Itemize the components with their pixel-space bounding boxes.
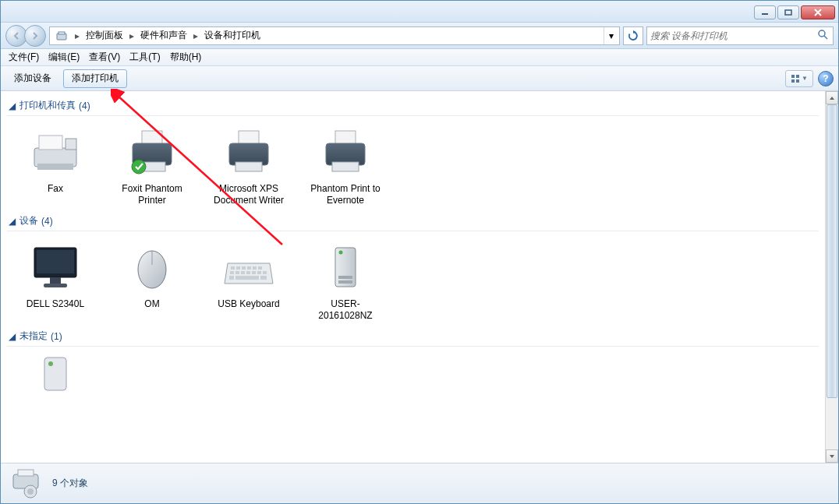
breadcrumb-segment[interactable]: 硬件和声音	[137, 27, 190, 44]
svg-rect-33	[247, 266, 251, 270]
device-computer[interactable]: USER-20161028NZ	[306, 236, 384, 325]
device-generic[interactable]	[16, 351, 94, 400]
svg-rect-27	[44, 284, 67, 287]
svg-rect-6	[791, 75, 795, 78]
svg-rect-34	[253, 266, 257, 270]
svg-rect-9	[796, 79, 799, 83]
svg-rect-32	[242, 266, 246, 270]
svg-point-51	[48, 361, 53, 366]
menu-tools[interactable]: 工具(T)	[125, 49, 165, 65]
device-phantom-evernote[interactable]: Phantom Print to Evernote	[306, 121, 384, 210]
search-box[interactable]	[646, 26, 834, 45]
location-icon	[55, 29, 69, 43]
menu-view[interactable]: 查看(V)	[84, 49, 125, 65]
device-label: USER-20161028NZ	[310, 298, 381, 322]
group-name: 未指定	[19, 330, 48, 343]
group-name: 打印机和传真	[19, 99, 76, 112]
group-count: (4)	[79, 100, 90, 111]
scrollbar-thumb[interactable]	[827, 104, 837, 398]
scroll-down-button[interactable]	[826, 449, 838, 463]
device-xps-writer[interactable]: Microsoft XPS Document Writer	[210, 121, 288, 210]
monitor-icon	[27, 239, 83, 295]
collapse-icon: ◢	[7, 100, 16, 111]
device-label: Foxit Phantom Printer	[116, 183, 188, 206]
svg-rect-21	[335, 131, 356, 145]
device-fax[interactable]: Fax	[16, 121, 94, 210]
svg-rect-30	[231, 266, 235, 270]
device-label: Fax	[19, 183, 91, 195]
device-generic-icon	[27, 354, 83, 393]
svg-rect-39	[246, 271, 250, 274]
breadcrumb[interactable]: ▸ 控制面板 ▸ 硬件和声音 ▸ 设备和打印机 ▾	[49, 26, 620, 45]
device-monitor[interactable]: DELL S2340L	[16, 236, 94, 325]
device-foxit-printer[interactable]: Foxit Phantom Printer	[113, 121, 191, 210]
chevron-right-icon[interactable]: ▸	[190, 27, 201, 44]
svg-rect-26	[50, 277, 61, 284]
svg-rect-41	[257, 271, 261, 274]
device-keyboard[interactable]: USB Keyboard	[210, 236, 288, 325]
device-label: DELL S2340L	[19, 298, 91, 310]
group-name: 设备	[19, 214, 38, 227]
breadcrumb-dropdown[interactable]: ▾	[604, 27, 618, 44]
add-device-button[interactable]: 添加设备	[5, 69, 60, 88]
add-printer-button[interactable]: 添加打印机	[63, 69, 127, 88]
svg-point-55	[27, 488, 34, 495]
svg-rect-31	[236, 266, 240, 270]
refresh-button[interactable]	[623, 26, 643, 45]
content-area[interactable]: ◢ 打印机和传真 (4) Fax	[1, 91, 825, 463]
svg-rect-35	[258, 266, 262, 270]
svg-rect-25	[37, 250, 74, 273]
chevron-right-icon[interactable]: ▸	[72, 27, 83, 44]
collapse-icon: ◢	[7, 331, 16, 342]
titlebar	[1, 1, 838, 23]
group-header-devices[interactable]: ◢ 设备 (4)	[7, 210, 819, 231]
group-count: (1)	[51, 331, 62, 342]
svg-rect-48	[338, 276, 352, 279]
device-mouse[interactable]: OM	[113, 236, 191, 325]
menubar: 文件(F) 编辑(E) 查看(V) 工具(T) 帮助(H)	[1, 49, 838, 66]
printer-icon	[124, 124, 180, 180]
address-bar-row: ▸ 控制面板 ▸ 硬件和声音 ▸ 设备和打印机 ▾	[1, 23, 838, 49]
chevron-right-icon[interactable]: ▸	[126, 27, 137, 44]
svg-rect-36	[230, 271, 234, 274]
statusbar: 9 个对象	[1, 463, 838, 503]
svg-rect-20	[235, 162, 262, 171]
menu-file[interactable]: 文件(F)	[4, 49, 44, 65]
menu-help[interactable]: 帮助(H)	[165, 49, 207, 65]
svg-rect-23	[332, 162, 359, 171]
toolbar: 添加设备 添加打印机 ▼ ?	[1, 66, 838, 91]
content-wrap: ◢ 打印机和传真 (4) Fax	[1, 91, 838, 463]
close-button[interactable]	[801, 5, 835, 19]
group-header-unspecified[interactable]: ◢ 未指定 (1)	[7, 325, 819, 347]
printer-icon	[221, 124, 277, 180]
breadcrumb-segment[interactable]: 控制面板	[83, 27, 126, 44]
svg-rect-38	[241, 271, 245, 274]
printer-grid: Fax Foxit Phantom Printer	[7, 121, 819, 210]
svg-point-4	[819, 30, 825, 37]
status-icon	[9, 467, 43, 501]
maximize-button[interactable]	[777, 5, 799, 19]
group-header-printers[interactable]: ◢ 打印机和传真 (4)	[7, 94, 819, 116]
svg-rect-13	[37, 164, 73, 170]
device-label: OM	[116, 298, 188, 310]
svg-rect-18	[239, 131, 259, 145]
svg-rect-43	[229, 276, 234, 280]
svg-rect-3	[58, 32, 65, 34]
scrollbar-track[interactable]	[826, 104, 838, 449]
svg-line-5	[824, 36, 827, 39]
nav-buttons	[5, 25, 46, 47]
forward-button[interactable]	[24, 25, 46, 47]
minimize-button[interactable]	[754, 5, 776, 19]
scroll-up-button[interactable]	[826, 91, 838, 104]
help-button[interactable]: ?	[818, 71, 834, 86]
breadcrumb-segment[interactable]: 设备和打印机	[201, 27, 264, 44]
svg-rect-44	[235, 276, 259, 280]
vertical-scrollbar[interactable]	[825, 91, 838, 463]
svg-rect-49	[338, 280, 352, 284]
view-options-button[interactable]: ▼	[785, 70, 813, 87]
search-input[interactable]	[650, 30, 817, 41]
menu-edit[interactable]: 编辑(E)	[44, 49, 84, 65]
search-icon[interactable]	[817, 29, 830, 42]
svg-rect-11	[39, 136, 62, 150]
svg-rect-50	[44, 358, 66, 390]
